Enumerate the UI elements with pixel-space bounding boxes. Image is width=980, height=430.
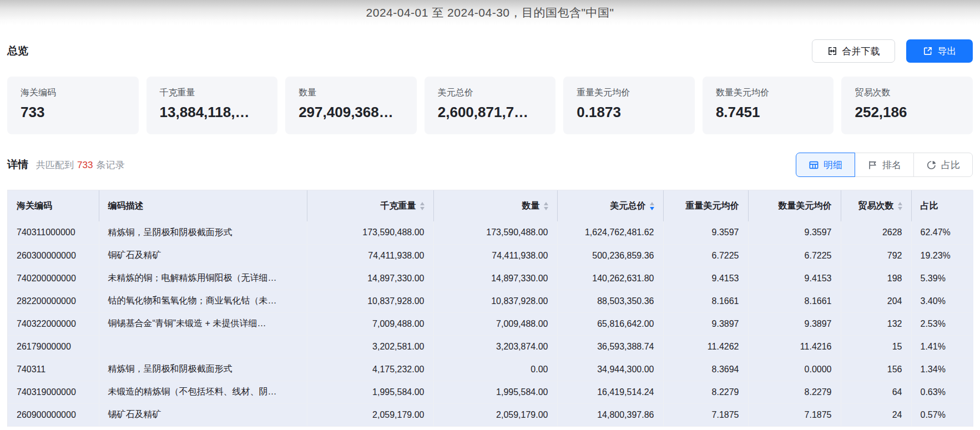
column-label: 千克重量 bbox=[381, 200, 416, 212]
column-header-9: 占比 bbox=[911, 190, 973, 221]
sort-carets-icon[interactable] bbox=[420, 202, 425, 210]
column-label: 编码描述 bbox=[108, 200, 144, 212]
table-cell: 8.1661 bbox=[748, 290, 841, 312]
table-cell: 6.7225 bbox=[663, 244, 748, 267]
card-label: 海关编码 bbox=[21, 87, 125, 99]
table-cell: 740311000000 bbox=[8, 221, 99, 244]
summary-card: 数量297,409,368… bbox=[285, 77, 417, 134]
detail-title: 详情 bbox=[7, 158, 28, 172]
tab-label: 明细 bbox=[824, 159, 842, 171]
table-header-row: 海关编码编码描述千克重量数量美元总价重量美元均价数量美元均价贸易次数占比 bbox=[8, 190, 973, 221]
table-cell: 34,944,300.00 bbox=[557, 358, 663, 381]
summary-card: 千克重量13,884,118,… bbox=[147, 77, 278, 134]
table-cell: 14,800,397.86 bbox=[557, 403, 663, 426]
card-value: 2,600,871,7… bbox=[438, 104, 543, 121]
table-cell: 9.3897 bbox=[748, 312, 841, 335]
table-cell: 7,009,488.00 bbox=[307, 312, 433, 335]
table-cell: 173,590,488.00 bbox=[307, 221, 433, 244]
card-value: 0.1873 bbox=[577, 104, 681, 121]
table-cell: 钴的氧化物和氢氧化物；商业氧化钴（未… bbox=[99, 290, 307, 312]
card-value: 733 bbox=[21, 104, 125, 121]
table-cell: 9.4153 bbox=[748, 267, 841, 290]
table-cell: 1.41% bbox=[911, 335, 973, 358]
sort-carets-icon[interactable] bbox=[898, 202, 902, 210]
card-value: 297,409,368… bbox=[299, 104, 403, 121]
card-label: 数量 bbox=[299, 87, 403, 99]
export-label: 导出 bbox=[938, 45, 957, 58]
pie-icon bbox=[926, 160, 937, 170]
card-value: 13,884,118,… bbox=[160, 104, 265, 121]
table-cell: 8.2279 bbox=[748, 381, 841, 403]
export-button[interactable]: 导出 bbox=[906, 39, 973, 63]
table-row[interactable]: 260300000000铜矿石及精矿74,411,938.0074,411,93… bbox=[8, 244, 973, 267]
table-cell: 282200000000 bbox=[8, 290, 99, 312]
summary-card: 贸易次数252,186 bbox=[841, 77, 973, 134]
table-row[interactable]: 261790000003,202,581.003,203,874.0036,59… bbox=[8, 335, 973, 358]
table-cell: 1.34% bbox=[911, 358, 973, 381]
main-content: 总览 合并下载 导出 海关编码733千克重量13,884,118,…数量297,… bbox=[0, 39, 980, 427]
table-cell: 3,203,874.00 bbox=[433, 335, 557, 358]
table-cell: 11.4216 bbox=[748, 335, 841, 358]
table-cell: 未精炼的铜；电解精炼用铜阳极（无详细… bbox=[99, 267, 307, 290]
table-cell: 8.2279 bbox=[663, 381, 748, 403]
table-row[interactable]: 282200000000钴的氧化物和氢氧化物；商业氧化钴（未…10,837,92… bbox=[8, 290, 973, 312]
table-cell: 9.3597 bbox=[748, 221, 841, 244]
table-cell: 36,593,388.74 bbox=[557, 335, 663, 358]
date-range-title: 2024-04-01 至 2024-04-30，目的国包含"中国" bbox=[366, 5, 614, 21]
table-cell: 0.63% bbox=[911, 381, 973, 403]
table-row[interactable]: 740311精炼铜，呈阴极和阴极截面形式4,175,232.000.0034,9… bbox=[8, 358, 973, 381]
table-cell: 5.39% bbox=[911, 267, 973, 290]
column-label: 占比 bbox=[921, 200, 938, 212]
sort-carets-icon[interactable] bbox=[544, 202, 548, 210]
detail-table-wrap: 海关编码编码描述千克重量数量美元总价重量美元均价数量美元均价贸易次数占比 740… bbox=[7, 190, 973, 427]
card-label: 贸易次数 bbox=[855, 87, 959, 99]
table-row[interactable]: 740319000000未锻造的精炼铜（不包括坯料、线材、阴…1,995,584… bbox=[8, 381, 973, 403]
table-cell: 精炼铜，呈阴极和阴极截面形式 bbox=[99, 221, 307, 244]
table-cell: 1,995,584.00 bbox=[433, 381, 557, 403]
column-header-6: 重量美元均价 bbox=[663, 190, 748, 221]
table-cell: 0.00 bbox=[433, 358, 557, 381]
table-cell bbox=[99, 335, 307, 358]
table-row[interactable]: 740322000000铜锡基合金“青铜”未锻造 + 未提供详细…7,009,4… bbox=[8, 312, 973, 335]
table-cell: 10,837,928.00 bbox=[433, 290, 557, 312]
summary-card: 海关编码733 bbox=[7, 77, 139, 134]
table-cell: 铜锡基合金“青铜”未锻造 + 未提供详细… bbox=[99, 312, 307, 335]
table-cell: 2,059,179.00 bbox=[433, 403, 557, 426]
match-count: 733 bbox=[77, 160, 93, 171]
table-icon bbox=[809, 160, 819, 170]
tab-share[interactable]: 占比 bbox=[913, 153, 973, 177]
table-cell: 19.23% bbox=[911, 244, 973, 267]
table-cell: 140,262,631.80 bbox=[557, 267, 663, 290]
table-cell: 7.1875 bbox=[748, 403, 841, 426]
column-header-8[interactable]: 贸易次数 bbox=[841, 190, 911, 221]
table-row[interactable]: 740200000000未精炼的铜；电解精炼用铜阳极（无详细…14,897,33… bbox=[8, 267, 973, 290]
column-header-5[interactable]: 美元总价 bbox=[557, 190, 663, 221]
sort-carets-icon[interactable] bbox=[650, 202, 654, 210]
summary-cards: 海关编码733千克重量13,884,118,…数量297,409,368…美元总… bbox=[7, 77, 973, 134]
tab-ranking[interactable]: 排名 bbox=[855, 153, 914, 177]
column-label: 美元总价 bbox=[610, 200, 646, 212]
table-cell: 740311 bbox=[8, 358, 99, 381]
column-header-3[interactable]: 千克重量 bbox=[307, 190, 433, 221]
match-suffix: 条记录 bbox=[96, 159, 124, 171]
table-cell: 792 bbox=[841, 244, 911, 267]
table-cell: 锡矿石及精矿 bbox=[99, 403, 307, 426]
card-value: 252,186 bbox=[855, 104, 959, 121]
match-summary: 共匹配到 733 条记录 bbox=[36, 159, 124, 171]
table-cell: 11.4262 bbox=[663, 335, 748, 358]
table-row[interactable]: 260900000000锡矿石及精矿2,059,179.002,059,179.… bbox=[8, 403, 973, 426]
table-cell: 1,995,584.00 bbox=[307, 381, 433, 403]
column-label: 海关编码 bbox=[17, 200, 52, 212]
table-cell: 精炼铜，呈阴极和阴极截面形式 bbox=[99, 358, 307, 381]
tab-detail[interactable]: 明细 bbox=[796, 153, 855, 177]
merge-download-button[interactable]: 合并下载 bbox=[812, 39, 895, 63]
card-label: 千克重量 bbox=[160, 87, 265, 99]
detail-header: 详情 共匹配到 733 条记录 明细排名占比 bbox=[7, 152, 973, 178]
table-cell: 740200000000 bbox=[8, 267, 99, 290]
column-header-4[interactable]: 数量 bbox=[433, 190, 557, 221]
table-cell: 2.53% bbox=[911, 312, 973, 335]
table-row[interactable]: 740311000000精炼铜，呈阴极和阴极截面形式173,590,488.00… bbox=[8, 221, 973, 244]
table-cell: 62.47% bbox=[911, 221, 973, 244]
table-cell: 74,411,938.00 bbox=[307, 244, 433, 267]
table-cell: 65,816,642.00 bbox=[557, 312, 663, 335]
